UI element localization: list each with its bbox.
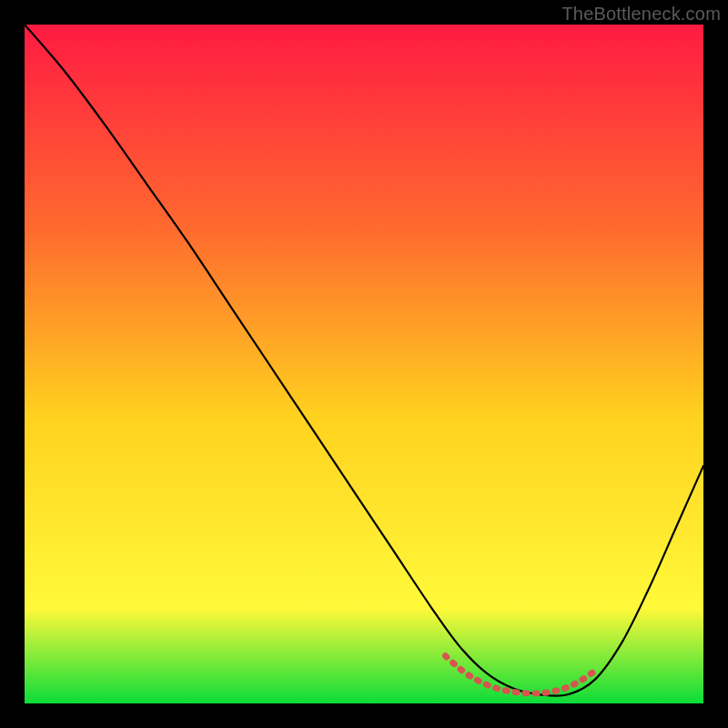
chart-container: TheBottleneck.com — [0, 0, 728, 728]
chart-background — [25, 25, 703, 703]
bottleneck-chart — [25, 25, 703, 703]
watermark-text: TheBottleneck.com — [561, 4, 721, 25]
